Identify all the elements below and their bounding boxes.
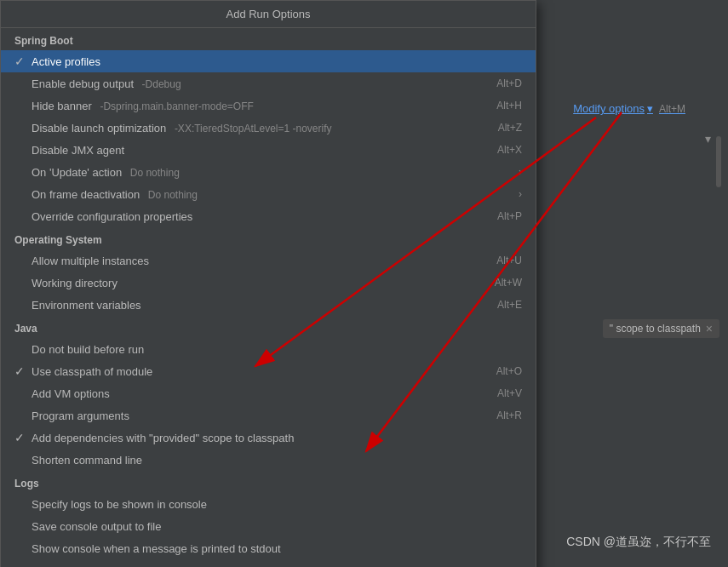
- item-on-frame-deactivation[interactable]: On frame deactivation Do nothing ›: [1, 183, 536, 205]
- item-label-show-stdout: Show console when a message is printed t…: [32, 542, 522, 555]
- watermark: CSDN @道虽迩，不行不至: [566, 535, 711, 550]
- item-show-stderr[interactable]: Show console when a message is printed t…: [1, 559, 536, 567]
- shortcut-program-args: Alt+R: [479, 410, 522, 421]
- item-no-build[interactable]: Do not build before run: [1, 338, 536, 360]
- modify-options-label: Modify options: [573, 102, 645, 115]
- item-label-active-profiles: Active profiles: [32, 55, 522, 68]
- item-enable-debug[interactable]: Enable debug output -Ddebug Alt+D: [1, 72, 536, 94]
- item-show-stdout[interactable]: Show console when a message is printed t…: [1, 537, 536, 559]
- item-label-save-console: Save console output to file: [32, 520, 522, 533]
- arrow-on-update: ›: [519, 166, 522, 178]
- shortcut-working-dir: Alt+W: [478, 277, 522, 289]
- item-label-override-config: Override configuration properties: [32, 210, 480, 223]
- scope-badge-text: " scope to classpath: [610, 323, 701, 335]
- item-active-profiles[interactable]: ✓ Active profiles: [1, 50, 536, 72]
- item-label-disable-jmx: Disable JMX agent: [32, 144, 480, 157]
- shortcut-enable-debug: Alt+D: [479, 77, 522, 89]
- scope-badge: " scope to classpath ×: [603, 319, 719, 338]
- item-label-no-build: Do not build before run: [32, 343, 522, 356]
- item-label-enable-debug: Enable debug output -Ddebug: [32, 77, 479, 90]
- item-use-classpath[interactable]: ✓ Use classpath of module Alt+O: [1, 360, 536, 382]
- shortcut-env-vars: Alt+E: [480, 299, 522, 311]
- shortcut-use-classpath: Alt+O: [479, 365, 522, 377]
- checkmark-use-classpath: ✓: [14, 364, 32, 378]
- checkmark-active-profiles: ✓: [14, 54, 32, 68]
- item-label-program-args: Program arguments: [32, 410, 479, 422]
- item-label-working-dir: Working directory: [32, 277, 478, 289]
- shortcut-disable-jmx: Alt+X: [480, 144, 522, 156]
- item-save-console[interactable]: Save console output to file: [1, 515, 536, 537]
- section-header-spring-boot: Spring Boot: [1, 28, 536, 50]
- modify-options-chevron: ▾: [647, 102, 653, 115]
- item-label-on-update: On 'Update' action Do nothing: [32, 166, 519, 179]
- item-label-disable-launch: Disable launch optimization -XX:TieredSt…: [32, 122, 481, 135]
- item-add-deps[interactable]: ✓ Add dependencies with "provided" scope…: [1, 427, 536, 449]
- scrollbar[interactable]: [716, 136, 721, 187]
- checkmark-add-deps: ✓: [14, 431, 32, 444]
- item-label-show-stderr: Show console when a message is printed t…: [32, 564, 522, 568]
- item-label-env-vars: Environment variables: [32, 299, 480, 312]
- item-label-use-classpath: Use classpath of module: [32, 365, 479, 378]
- item-on-update[interactable]: On 'Update' action Do nothing ›: [1, 161, 536, 183]
- item-working-dir[interactable]: Working directory Alt+W: [1, 272, 536, 294]
- section-header-os: Operating System: [1, 227, 536, 249]
- item-add-vm[interactable]: Add VM options Alt+V: [1, 382, 536, 404]
- dropdown-arrow-icon[interactable]: ▾: [705, 132, 711, 146]
- item-env-vars[interactable]: Environment variables Alt+E: [1, 294, 536, 316]
- shortcut-override-config: Alt+P: [480, 210, 522, 222]
- shortcut-add-vm: Alt+V: [480, 387, 522, 399]
- add-run-options-menu: Add Run Options Spring Boot ✓ Active pro…: [0, 0, 536, 567]
- shortcut-allow-multiple: Alt+U: [479, 255, 522, 266]
- item-override-config[interactable]: Override configuration properties Alt+P: [1, 205, 536, 227]
- item-label-add-vm: Add VM options: [32, 387, 480, 400]
- scope-badge-close-button[interactable]: ×: [706, 322, 713, 335]
- item-hide-banner[interactable]: Hide banner -Dspring.main.banner-mode=OF…: [1, 94, 536, 117]
- item-specify-logs[interactable]: Specify logs to be shown in console: [1, 493, 536, 515]
- item-disable-launch[interactable]: Disable launch optimization -XX:TieredSt…: [1, 117, 536, 139]
- arrow-on-frame: ›: [519, 188, 522, 200]
- item-shorten-cmd[interactable]: Shorten command line: [1, 449, 536, 471]
- modify-options-shortcut: Alt+M: [659, 103, 685, 115]
- item-disable-jmx[interactable]: Disable JMX agent Alt+X: [1, 139, 536, 161]
- item-label-hide-banner: Hide banner -Dspring.main.banner-mode=OF…: [32, 100, 479, 112]
- section-header-java: Java: [1, 316, 536, 338]
- menu-title: Add Run Options: [1, 1, 536, 28]
- item-label-add-deps: Add dependencies with "provided" scope t…: [32, 432, 522, 444]
- modify-options-button[interactable]: Modify options ▾ Alt+M: [573, 102, 685, 115]
- item-label-shorten-cmd: Shorten command line: [32, 454, 522, 467]
- item-allow-multiple[interactable]: Allow multiple instances Alt+U: [1, 249, 536, 272]
- item-label-on-frame: On frame deactivation Do nothing: [32, 188, 519, 201]
- item-program-args[interactable]: Program arguments Alt+R: [1, 404, 536, 427]
- shortcut-hide-banner: Alt+H: [479, 100, 522, 112]
- shortcut-disable-launch: Alt+Z: [481, 122, 522, 134]
- item-label-allow-multiple: Allow multiple instances: [32, 255, 479, 267]
- item-label-specify-logs: Specify logs to be shown in console: [32, 498, 522, 511]
- section-header-logs: Logs: [1, 471, 536, 493]
